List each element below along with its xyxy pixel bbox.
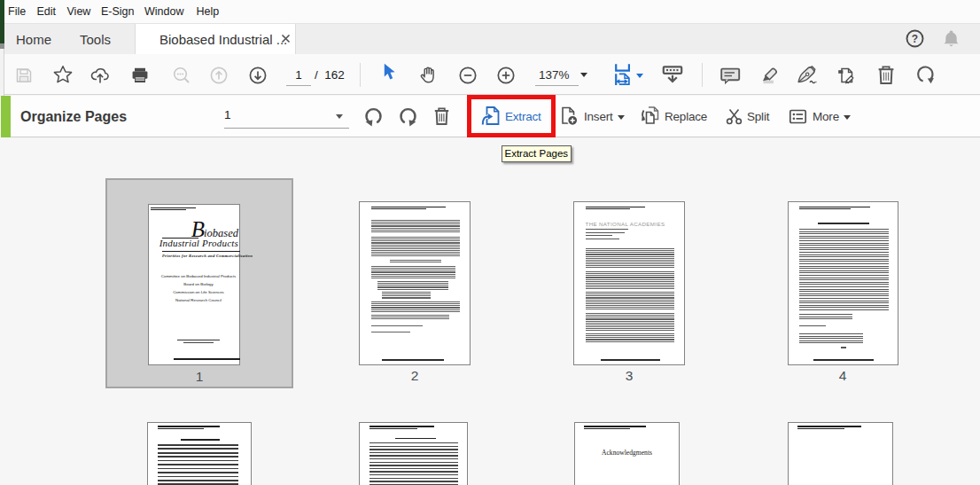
svg-text:?: ? <box>912 33 918 45</box>
